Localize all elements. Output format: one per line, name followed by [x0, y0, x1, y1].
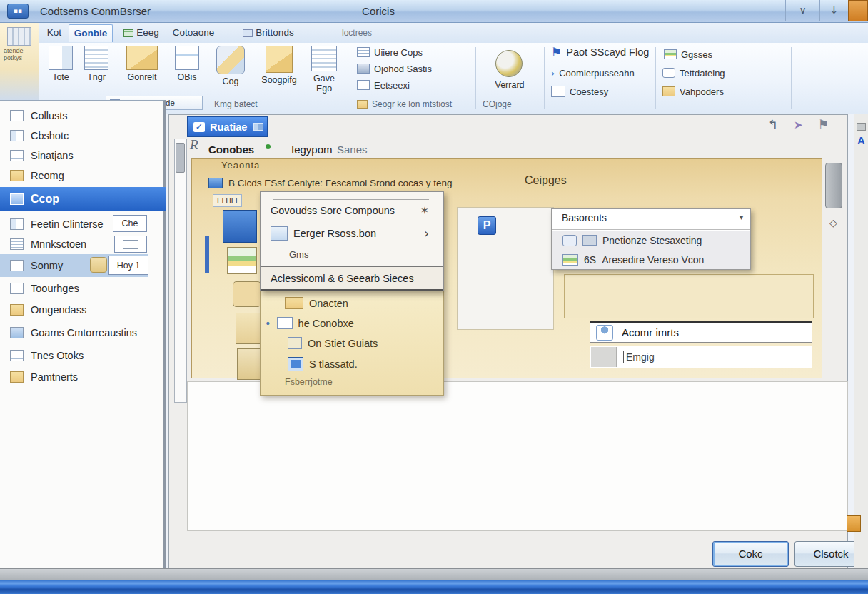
- dialog-tab-iegypom[interactable]: Iegypom: [291, 144, 333, 156]
- scrollbar-thumb[interactable]: [825, 163, 842, 208]
- form-icon: [277, 317, 293, 329]
- dialog-header-tab[interactable]: ✓ Ruatiae: [187, 116, 268, 137]
- ribbon-button-shopping[interactable]: Soogpifg: [254, 46, 304, 85]
- menu-separator: [273, 199, 429, 200]
- menu-item-gms[interactable]: Gms: [289, 249, 453, 260]
- tab-home-active[interactable]: Gonble: [69, 24, 113, 42]
- ribbon-button-label: OBis: [171, 72, 203, 82]
- dropdown-arrow-icon[interactable]: ▾: [740, 213, 743, 221]
- dock-button-icon[interactable]: [857, 123, 866, 131]
- ribbon-item-flag[interactable]: ⚑ Paot SScayd Flog: [551, 45, 649, 59]
- menu-item-eerger[interactable]: Eerger Rsoss.bon ›: [271, 226, 435, 241]
- ribbon-item-label: Vahpoders: [680, 86, 724, 97]
- dialog-left-scrollbar[interactable]: [174, 139, 187, 403]
- tool-icon: [216, 46, 245, 74]
- sidebar-item-tnes[interactable]: Tnes Otoks: [0, 346, 166, 366]
- restore-button[interactable]: ↓: [819, 0, 848, 21]
- sidebar-item-sinatjans[interactable]: Sinatjans: [0, 146, 166, 166]
- undo-icon[interactable]: ↰: [768, 117, 778, 131]
- ribbon-button-verrard[interactable]: [495, 50, 523, 77]
- mini-buttons[interactable]: FI HLI: [213, 194, 242, 207]
- sidebar-item-goams[interactable]: Goams Cmtorreaustins: [0, 323, 166, 343]
- section-label: Yeaonta: [221, 160, 260, 171]
- sidebar-item-collusts[interactable]: Collusts: [0, 106, 166, 126]
- ribbon-button-new[interactable]: Tote: [44, 46, 77, 82]
- tree-item-tlassatd[interactable]: S tlassatd.: [288, 357, 358, 371]
- tab-send[interactable]: Eeeg: [117, 24, 166, 42]
- pointer-icon[interactable]: ➤: [794, 119, 803, 131]
- sidebar-item-cbshotc[interactable]: Cbshotc: [0, 126, 166, 146]
- sidebar-item-ccop-selected[interactable]: Ccop: [0, 187, 166, 211]
- minimize-button[interactable]: ∨: [785, 0, 819, 21]
- ribbon-item-label: Coomlerpusseahn: [559, 68, 635, 79]
- dropdown-panel: Basorents ▾ Pnetionze Stesaxeting 6S Are…: [551, 208, 751, 270]
- form-check-line[interactable]: B Cicds ESsf Cenlyte: Fescamol Srond coc…: [208, 176, 515, 191]
- ribbon-item-ggsses[interactable]: Ggsses: [664, 47, 712, 61]
- ok-button[interactable]: Cokc: [712, 541, 789, 567]
- sidebar-item-toourhges[interactable]: Toourhges: [0, 278, 166, 298]
- tab-folder[interactable]: Cotoaone: [170, 24, 217, 42]
- tree-item-onacten[interactable]: Onacten: [285, 297, 348, 309]
- ribbon-button-obis[interactable]: OBis: [171, 46, 203, 82]
- dialog-tab-conobes[interactable]: Conobes: [208, 144, 254, 156]
- ribbon-button-save[interactable]: Gave Ego: [307, 46, 341, 94]
- flag-icon[interactable]: ⚑: [818, 117, 829, 131]
- dialog-tab-sanes[interactable]: Sanes: [337, 144, 368, 156]
- list-icon: [84, 46, 108, 70]
- dropdown-value[interactable]: Basorents: [562, 212, 607, 223]
- new-item-icon: [49, 46, 73, 70]
- sidebar-badge-icon[interactable]: [114, 236, 147, 253]
- list-sheet-icon[interactable]: [227, 247, 257, 274]
- sidebar-item-omgendass[interactable]: Omgendass: [0, 300, 166, 320]
- items-list-panel: [187, 381, 848, 531]
- menu-footer-item[interactable]: Aclessicoml & 6 Seearb Sieces: [261, 266, 443, 291]
- ribbon-item-label: Paot SScayd Flog: [566, 46, 649, 58]
- orange-marker-icon[interactable]: [847, 515, 861, 532]
- context-menu: Govoudss Sore Compouns ✶ Eerger Rsoss.bo…: [260, 191, 444, 291]
- table-icon: [123, 29, 133, 37]
- account-row[interactable]: Acomr imrts: [590, 321, 812, 343]
- close-button[interactable]: [848, 0, 868, 21]
- sidebar-badge-che[interactable]: Che: [113, 215, 147, 232]
- ribbon-item-tettdateing[interactable]: Tettdateing: [662, 66, 725, 80]
- tan-sub-panel: [564, 274, 814, 318]
- ribbon-item-vahpoders[interactable]: Vahpoders: [662, 84, 724, 99]
- tree-item-guiats[interactable]: On Stiet Guiats: [288, 337, 378, 349]
- sidebar-item-reomg[interactable]: Reomg: [0, 166, 166, 186]
- menu-item-compounds[interactable]: Govoudss Sore Compouns ✶: [271, 205, 435, 216]
- arrows-icon: ›: [551, 68, 555, 79]
- folder-icon: [126, 46, 158, 70]
- ribbon-item-eetseexi[interactable]: Eetseexi: [357, 78, 410, 92]
- ribbon-button-label: Gonrelt: [116, 72, 168, 82]
- tab-file[interactable]: Kot: [41, 24, 67, 42]
- grid-icon: [311, 46, 337, 71]
- app-icon[interactable]: ▪▪: [7, 4, 29, 19]
- sidebar-badge-hoy[interactable]: Hoy 1: [108, 256, 148, 275]
- group-icon: [10, 193, 24, 205]
- shape-icon[interactable]: [233, 281, 261, 307]
- ribbon-button-label: Tngr: [80, 72, 113, 82]
- diamond-icon: ◇: [829, 217, 837, 228]
- ribbon-button-connect[interactable]: Gonrelt: [116, 46, 168, 82]
- sidebar-item-pamtnerts[interactable]: Pamtnerts: [0, 367, 166, 387]
- tree-item-conobxe[interactable]: • he Conobxe: [265, 317, 354, 329]
- ribbon-button-cog[interactable]: Cog: [213, 46, 248, 86]
- monitor-icon[interactable]: [223, 210, 257, 243]
- tab-view[interactable]: Brittonds: [234, 24, 303, 42]
- email-input[interactable]: Emgig: [590, 346, 812, 368]
- ribbon-item-category[interactable]: Coestesy: [551, 84, 608, 99]
- ribbon-divider: [475, 47, 476, 109]
- globe-icon: [495, 50, 523, 77]
- ribbon-item-compare[interactable]: › Coomlerpusseahn: [551, 66, 635, 80]
- monitor-icon: [208, 178, 223, 188]
- folder-icon: [662, 86, 675, 96]
- ribbon-button-tag[interactable]: Tngr: [80, 46, 113, 82]
- tree-item-label: he Conobxe: [298, 318, 354, 329]
- dropdown-option-2[interactable]: 6S Aresedire Vereso Vcon: [552, 250, 750, 269]
- dropdown-option-1[interactable]: Pnetionze Stesaxeting: [552, 231, 750, 250]
- sidebar-item-label: Sinatjans: [31, 150, 74, 161]
- ribbon-item-view-cops[interactable]: Uiiere Cops: [357, 45, 423, 59]
- ribbon-item-ojohod[interactable]: Ojohod Sastis: [357, 61, 432, 76]
- scrollbar-thumb[interactable]: [176, 143, 185, 173]
- submenu-arrow-icon: ›: [424, 226, 429, 241]
